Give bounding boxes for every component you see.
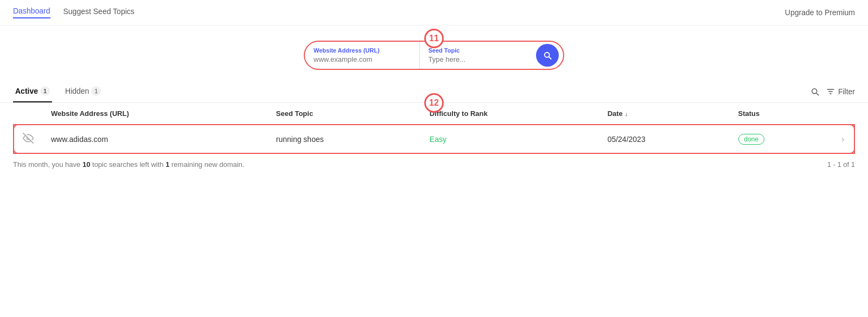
col-seed-topic: Seed Topic bbox=[267, 103, 421, 125]
footer-row: This month, you have 10 topic searches l… bbox=[0, 154, 868, 175]
tab-active-label: Active bbox=[15, 87, 38, 95]
nav-suggest-seed[interactable]: Suggest Seed Topics bbox=[63, 7, 135, 18]
filter-button[interactable]: Filter bbox=[826, 87, 855, 96]
search-small-icon bbox=[810, 87, 820, 96]
url-input[interactable] bbox=[314, 55, 411, 63]
row-seed-topic: running shoes bbox=[267, 125, 421, 153]
row-url: www.adidas.com bbox=[42, 125, 267, 153]
col-status: Status bbox=[730, 103, 833, 125]
col-date: Date ↓ bbox=[599, 103, 730, 125]
nav-dashboard[interactable]: Dashboard bbox=[13, 7, 50, 18]
col-difficulty: Difficulty to Rank bbox=[421, 103, 599, 125]
row-eye-icon-cell bbox=[14, 125, 42, 153]
url-field-container: Website Address (URL) bbox=[305, 42, 420, 69]
tabs-right: Filter bbox=[810, 87, 855, 96]
row-arrow-cell[interactable]: › bbox=[833, 125, 854, 153]
table-container: 12 Website Address (URL) Seed Topic Diff… bbox=[0, 103, 868, 154]
col-icon bbox=[14, 103, 42, 125]
nav-left: Dashboard Suggest Seed Topics bbox=[13, 7, 135, 18]
annotation-12: 12 bbox=[424, 93, 444, 113]
tab-active-badge: 1 bbox=[40, 86, 50, 96]
footer-domain-suffix: remaining new domain. bbox=[171, 160, 244, 169]
filter-icon bbox=[826, 87, 835, 96]
annotation-11: 11 bbox=[424, 29, 444, 48]
footer-searches-text: This month, you have bbox=[13, 160, 80, 169]
footer-domain-count: 1 bbox=[165, 160, 169, 169]
table-body: www.adidas.com running shoes Easy 05/24/… bbox=[14, 125, 854, 153]
pagination-info: 1 - 1 of 1 bbox=[827, 160, 855, 169]
topic-input[interactable] bbox=[429, 55, 526, 63]
tabs-left: Active 1 Hidden 1 bbox=[13, 81, 114, 102]
footer-searches-suffix: topic searches left with bbox=[92, 160, 164, 169]
filter-label: Filter bbox=[838, 87, 855, 96]
tab-hidden-badge: 1 bbox=[91, 86, 101, 96]
row-chevron-right-icon[interactable]: › bbox=[841, 134, 844, 144]
upgrade-premium[interactable]: Upgrade to Premium bbox=[785, 8, 855, 17]
search-toggle-button[interactable] bbox=[810, 87, 820, 96]
footer-info: This month, you have 10 topic searches l… bbox=[13, 160, 244, 169]
table-row[interactable]: www.adidas.com running shoes Easy 05/24/… bbox=[14, 125, 854, 153]
url-label: Website Address (URL) bbox=[314, 47, 411, 54]
col-url: Website Address (URL) bbox=[42, 103, 267, 125]
topic-label: Seed Topic bbox=[429, 47, 526, 54]
search-area: 11 Website Address (URL) Seed Topic bbox=[0, 25, 868, 81]
footer-searches-count: 10 bbox=[82, 160, 90, 169]
tab-hidden[interactable]: Hidden 1 bbox=[63, 81, 103, 102]
top-nav: Dashboard Suggest Seed Topics Upgrade to… bbox=[0, 0, 868, 25]
eye-off-icon bbox=[23, 133, 34, 144]
search-icon bbox=[542, 50, 552, 60]
status-badge: done bbox=[738, 134, 765, 145]
search-area-container: 11 Website Address (URL) Seed Topic bbox=[0, 25, 868, 81]
tab-hidden-label: Hidden bbox=[65, 87, 89, 95]
row-date: 05/24/2023 bbox=[599, 125, 730, 153]
search-button[interactable] bbox=[536, 44, 559, 67]
col-action bbox=[833, 103, 854, 125]
row-difficulty: Easy bbox=[421, 125, 599, 153]
row-status: done bbox=[730, 125, 833, 153]
tab-active[interactable]: Active 1 bbox=[13, 81, 52, 102]
